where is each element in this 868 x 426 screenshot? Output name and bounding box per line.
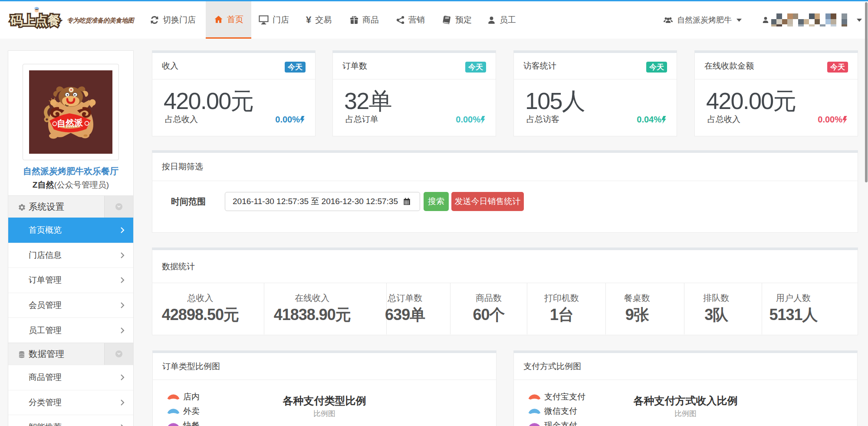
svg-text:自然派: 自然派 xyxy=(57,118,84,128)
